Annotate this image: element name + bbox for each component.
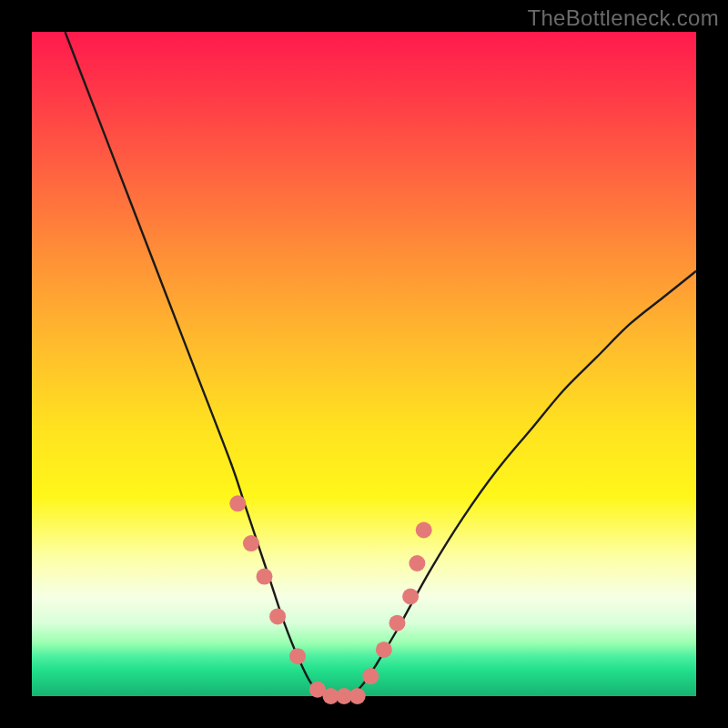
highlight-dot	[349, 688, 366, 704]
watermark-text: TheBottleneck.com	[527, 5, 719, 31]
bottleneck-curve	[66, 32, 697, 697]
plot-area	[32, 32, 696, 696]
highlight-dots	[229, 495, 431, 704]
highlight-dot	[416, 522, 432, 539]
highlight-dot	[362, 668, 379, 684]
highlight-dot	[243, 535, 259, 551]
highlight-dot	[289, 648, 306, 664]
curve-layer	[32, 32, 696, 696]
highlight-dot	[402, 589, 419, 605]
highlight-dot	[269, 608, 286, 624]
highlight-dot	[389, 615, 406, 632]
highlight-dot	[229, 495, 246, 511]
highlight-dot	[409, 555, 425, 571]
highlight-dot	[257, 569, 273, 585]
chart-frame: TheBottleneck.com	[0, 0, 728, 728]
highlight-dot	[376, 642, 392, 658]
